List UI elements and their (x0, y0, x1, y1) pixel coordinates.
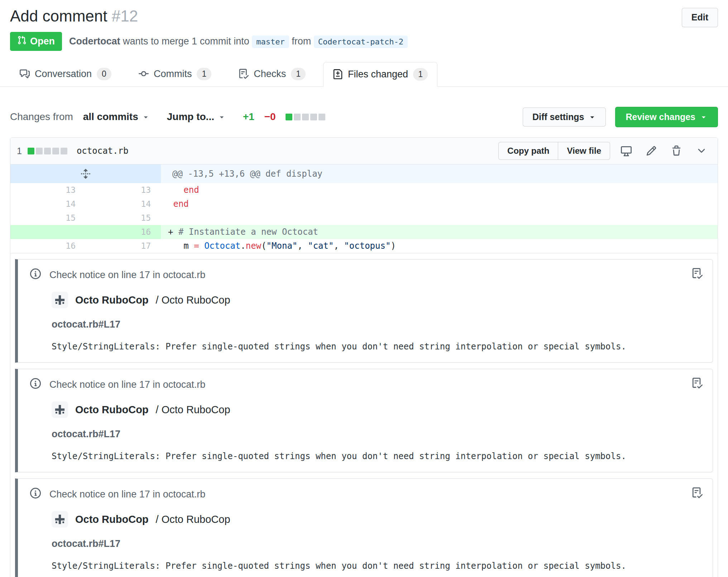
tab-label: Checks (254, 68, 286, 80)
check-annotations: Check notice on line 17 in octocat.rbOct… (10, 253, 718, 577)
annotation-message: Style/StringLiterals: Prefer single-quot… (52, 342, 703, 352)
new-line-number[interactable]: 13 (86, 183, 161, 197)
old-line-number[interactable]: 14 (10, 197, 86, 211)
app-avatar-icon (54, 514, 65, 525)
tab-files-changed[interactable]: Files changed1 (323, 62, 437, 87)
jump-to-dropdown[interactable]: Jump to... (167, 111, 226, 123)
diff-settings-button[interactable]: Diff settings (523, 108, 606, 127)
app-name-link[interactable]: Octo RuboCop (75, 294, 149, 306)
copy-path-button[interactable]: Copy path (498, 142, 558, 160)
diff-block-neutral (36, 148, 43, 154)
app-name-link[interactable]: Octo RuboCop (75, 514, 149, 525)
old-line-number[interactable]: 16 (10, 239, 86, 253)
check-app-row: Octo RuboCop / Octo RuboCop (52, 292, 703, 308)
app-avatar-icon (54, 404, 65, 415)
caret-down-icon (588, 113, 596, 121)
tab-conversation[interactable]: Conversation0 (10, 62, 121, 86)
check-annotation-title: Check notice on line 17 in octocat.rb (49, 489, 205, 500)
caret-down-icon (218, 113, 226, 121)
info-icon (30, 488, 41, 501)
meta-from-text: from (289, 36, 314, 47)
hunk-gutter (10, 164, 161, 183)
code-line: end (161, 183, 718, 197)
chevron-down-icon (696, 146, 707, 156)
checklist-icon (692, 378, 703, 388)
edit-button[interactable]: Edit (682, 8, 718, 27)
diff-table: @@ -13,5 +13,6 @@ def display1313 end141… (10, 164, 718, 577)
file-diff-container: 1 octocat.rb Copy path View file @@ -13,… (10, 137, 718, 577)
check-app-row: Octo RuboCop / Octo RuboCop (52, 511, 703, 528)
checklist-icon (692, 487, 703, 498)
new-line-number[interactable]: 17 (86, 239, 161, 253)
head-branch-label[interactable]: Codertocat-patch-2 (314, 35, 408, 48)
code-line (161, 211, 718, 225)
diffstat: +1 −0 (243, 111, 325, 123)
old-line-number[interactable]: 13 (10, 183, 86, 197)
file-name[interactable]: octocat.rb (77, 146, 129, 156)
file-header: 1 octocat.rb Copy path View file (10, 138, 718, 164)
tab-label: Files changed (348, 69, 408, 80)
diff-block-neutral (44, 148, 51, 154)
edit-file-icon[interactable] (646, 146, 657, 156)
hunk-header-row: @@ -13,5 +13,6 @@ def display (10, 164, 718, 183)
pr-meta-text: Codertocat wants to merge 1 commit into … (69, 36, 408, 47)
base-branch-label[interactable]: master (252, 35, 289, 48)
check-annotation-header: Check notice on line 17 in octocat.rb (30, 378, 703, 391)
pr-tabs: Conversation0Commits1Checks1Files change… (0, 62, 728, 87)
pencil-icon (646, 146, 657, 156)
diff-settings-label: Diff settings (532, 112, 584, 122)
git-commit-icon (139, 69, 149, 79)
code-line: end (161, 197, 718, 211)
meta-middle-text: wants to merge 1 commit into (120, 36, 252, 47)
git-pull-request-icon (17, 35, 27, 47)
chevron-down-icon[interactable] (696, 146, 707, 156)
diff-block-neutral (52, 148, 59, 154)
info-icon (30, 268, 41, 282)
code-line: m = Octocat.new("Mona", "cat", "octopus"… (161, 239, 718, 253)
changes-from-dropdown[interactable]: Changes from all commits (10, 111, 150, 123)
file-diff-icon (333, 69, 343, 79)
pr-state-badge: Open (10, 32, 62, 51)
tab-count-badge: 0 (97, 68, 111, 80)
app-name-suffix: / Octo RuboCop (156, 294, 230, 306)
checklist-icon (692, 378, 703, 388)
page-title: Add comment #12 (10, 7, 718, 25)
pr-header: Add comment #12 Edit Open Codertocat wan… (10, 7, 718, 51)
tab-count-badge: 1 (291, 68, 306, 80)
diff-row: 1313 end (10, 183, 718, 197)
annotation-path: octocat.rb#L17 (52, 319, 703, 330)
pr-title-text: Add comment (10, 7, 107, 25)
app-name-suffix: / Octo RuboCop (156, 404, 230, 416)
tab-checks[interactable]: Checks1 (229, 62, 315, 86)
new-line-number[interactable]: 16 (86, 225, 161, 239)
diff-block-neutral (310, 114, 317, 120)
tab-count-badge: 1 (197, 68, 211, 80)
display-rich-diff-icon[interactable] (621, 146, 632, 156)
review-changes-label: Review changes (626, 112, 695, 122)
app-name-link[interactable]: Octo RuboCop (75, 404, 149, 416)
diffstat-blocks (286, 114, 325, 120)
new-line-number[interactable]: 14 (86, 197, 161, 211)
file-actions-group: Copy path View file (498, 142, 610, 160)
unfold-icon[interactable] (80, 168, 91, 179)
tab-commits[interactable]: Commits1 (129, 62, 221, 86)
comment-discussion-icon (20, 69, 30, 79)
old-line-number[interactable]: 15 (10, 211, 86, 225)
info-icon (30, 378, 41, 391)
comment-discussion-icon (20, 69, 30, 79)
old-line-number[interactable] (10, 225, 86, 239)
diff-row: 16+ # Instantiate a new Octocat (10, 225, 718, 239)
check-annotation: Check notice on line 17 in octocat.rbOct… (15, 369, 713, 472)
caret-down-icon (142, 113, 150, 121)
review-changes-button[interactable]: Review changes (615, 107, 718, 128)
author-link[interactable]: Codertocat (69, 36, 120, 47)
app-name-suffix: / Octo RuboCop (156, 514, 230, 525)
file-diff-icon (333, 69, 343, 79)
delete-file-icon[interactable] (671, 146, 682, 156)
view-file-button[interactable]: View file (558, 142, 610, 160)
new-line-number[interactable]: 15 (86, 211, 161, 225)
tab-label: Conversation (35, 68, 92, 80)
git-pull-request-icon (17, 35, 27, 45)
app-avatar (52, 511, 68, 528)
file-diffstat-blocks (28, 148, 67, 154)
